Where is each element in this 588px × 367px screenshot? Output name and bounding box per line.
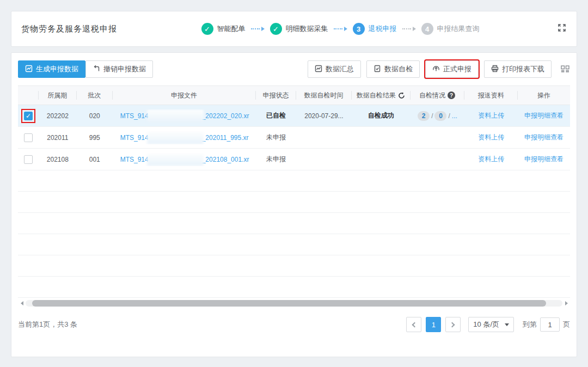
col-header-file: 申报文件 bbox=[113, 91, 256, 100]
upload-icon bbox=[432, 65, 440, 74]
cell-check-result: 自检成功 bbox=[352, 111, 411, 120]
col-header-period: 所属期 bbox=[39, 91, 77, 100]
scrollbar-thumb[interactable] bbox=[32, 300, 546, 307]
page-title: 货物劳务及服务退税申报 bbox=[21, 24, 117, 34]
goto-page-input[interactable] bbox=[540, 317, 560, 332]
cell-period: 202202 bbox=[39, 112, 77, 120]
col-header-batch: 批次 bbox=[77, 91, 113, 100]
goto-suffix: 页 bbox=[563, 320, 570, 329]
page-number-button[interactable]: 1 bbox=[426, 317, 441, 332]
undo-icon bbox=[93, 65, 100, 74]
cell-selfcheck-badges: 2 / 0 / ... bbox=[411, 111, 465, 121]
col-header-selfcheck: 自检情况 ? bbox=[411, 91, 465, 100]
cell-status: 已自检 bbox=[256, 111, 296, 120]
page-size-select[interactable]: 10 条/页 bbox=[468, 317, 514, 332]
goto-label: 到第 bbox=[523, 320, 537, 329]
cell-batch: 020 bbox=[77, 112, 113, 120]
red-highlight-box: ✓ bbox=[21, 109, 35, 123]
col-header-upload: 报送资料 bbox=[464, 91, 518, 100]
step-result-query: 4 申报结果查询 bbox=[421, 23, 480, 35]
cell-batch: 995 bbox=[77, 134, 113, 142]
col-header-check-time: 数据自检时间 bbox=[296, 91, 352, 100]
col-header-check-result: 数据自检结果 bbox=[352, 91, 411, 100]
declaration-file-link[interactable]: MTS_914_202202_020.xr bbox=[113, 109, 256, 123]
chart-icon bbox=[25, 65, 33, 74]
prev-page-button[interactable] bbox=[406, 317, 421, 332]
step-connector bbox=[251, 27, 265, 31]
declaration-file-link[interactable]: MTS_914_202011_995.xr bbox=[113, 131, 256, 144]
view-detail-link[interactable]: 申报明细查看 bbox=[524, 155, 564, 164]
formal-declaration-button[interactable]: 正式申报 bbox=[425, 60, 479, 78]
step-number: 4 bbox=[421, 23, 433, 35]
view-detail-link[interactable]: 申报明细查看 bbox=[524, 133, 564, 142]
col-header-ops: 操作 bbox=[518, 91, 570, 100]
selfcheck-badge[interactable]: 2 bbox=[418, 111, 430, 121]
chart-icon bbox=[315, 65, 322, 74]
cell-status: 未申报 bbox=[256, 155, 296, 164]
help-icon[interactable]: ? bbox=[448, 91, 455, 99]
dropdown-caret-icon bbox=[505, 323, 509, 326]
column-settings-icon[interactable] bbox=[560, 65, 570, 74]
cell-status: 未申报 bbox=[256, 133, 296, 142]
step-tax-refund-declare: 3 退税申报 bbox=[353, 23, 397, 35]
upload-material-link[interactable]: 资料上传 bbox=[478, 111, 504, 120]
scroll-left-arrow[interactable] bbox=[18, 299, 26, 307]
cell-batch: 001 bbox=[77, 156, 113, 163]
redaction-blur bbox=[147, 153, 204, 166]
next-page-button[interactable] bbox=[445, 317, 461, 332]
scrollbar-track[interactable] bbox=[26, 300, 562, 307]
toolbar: 生成申报数据 撤销申报数据 数据汇总 bbox=[18, 60, 570, 78]
table-row[interactable]: 202108 001 MTS_914_202108_001.xr 未申报 资料上… bbox=[18, 149, 570, 170]
view-detail-link[interactable]: 申报明细查看 bbox=[524, 111, 564, 120]
step-detail-collection: ✓ 明细数据采集 bbox=[270, 23, 328, 35]
document-check-icon bbox=[373, 65, 381, 74]
step-done-check-icon: ✓ bbox=[270, 23, 282, 35]
pagination-bar: 当前第1页，共3 条 1 10 条/页 到第 页 bbox=[18, 317, 570, 332]
refresh-icon[interactable] bbox=[398, 92, 405, 99]
printer-icon bbox=[491, 65, 499, 74]
horizontal-scrollbar[interactable] bbox=[18, 299, 570, 307]
redaction-blur bbox=[147, 131, 204, 144]
table-header-row: 所属期 批次 申报文件 申报状态 数据自检时间 数据自检结果 自检情况 ? 报送… bbox=[18, 85, 570, 105]
upload-material-link[interactable]: 资料上传 bbox=[478, 155, 504, 164]
cell-period: 202011 bbox=[39, 134, 77, 142]
step-wizard: ✓ 智能配单 ✓ 明细数据采集 3 退税申报 4 申报结果查询 bbox=[133, 23, 547, 35]
main-panel: 生成申报数据 撤销申报数据 数据汇总 bbox=[11, 52, 577, 357]
col-header-status: 申报状态 bbox=[256, 91, 296, 100]
cell-period: 202108 bbox=[39, 156, 77, 163]
print-report-download-button[interactable]: 打印报表下载 bbox=[484, 60, 552, 78]
empty-rows bbox=[18, 170, 570, 298]
row-checkbox[interactable]: ✓ bbox=[24, 112, 33, 120]
declaration-file-link[interactable]: MTS_914_202108_001.xr bbox=[113, 153, 256, 166]
step-number: 3 bbox=[353, 23, 365, 35]
data-summary-button[interactable]: 数据汇总 bbox=[308, 60, 361, 78]
upload-material-link[interactable]: 资料上传 bbox=[478, 133, 504, 142]
cell-check-time: 2020-07-29... bbox=[296, 112, 352, 120]
table-row[interactable]: ✓ 202202 020 MTS_914_202202_020.xr 已自检 2… bbox=[18, 105, 570, 127]
step-connector bbox=[402, 27, 416, 31]
row-checkbox[interactable] bbox=[24, 133, 33, 142]
data-selfcheck-button[interactable]: 数据自检 bbox=[366, 60, 420, 78]
fullscreen-icon[interactable] bbox=[557, 23, 567, 35]
pagination-summary: 当前第1页，共3 条 bbox=[18, 320, 77, 329]
scroll-right-arrow[interactable] bbox=[562, 299, 570, 307]
step-smart-matching: ✓ 智能配单 bbox=[201, 23, 246, 35]
table-row[interactable]: 202011 995 MTS_914_202011_995.xr 未申报 资料上… bbox=[18, 127, 570, 149]
redaction-blur bbox=[147, 109, 204, 123]
header-bar: 货物劳务及服务退税申报 ✓ 智能配单 ✓ 明细数据采集 3 退税申报 4 申报结… bbox=[11, 11, 577, 47]
declaration-table: 所属期 批次 申报文件 申报状态 数据自检时间 数据自检结果 自检情况 ? 报送… bbox=[18, 85, 570, 307]
step-done-check-icon: ✓ bbox=[201, 23, 213, 35]
revoke-declaration-button[interactable]: 撤销申报数据 bbox=[85, 60, 153, 78]
row-checkbox[interactable] bbox=[24, 155, 33, 164]
step-connector bbox=[334, 27, 347, 31]
selfcheck-badge[interactable]: 0 bbox=[434, 111, 446, 121]
generate-declaration-button[interactable]: 生成申报数据 bbox=[18, 60, 85, 78]
